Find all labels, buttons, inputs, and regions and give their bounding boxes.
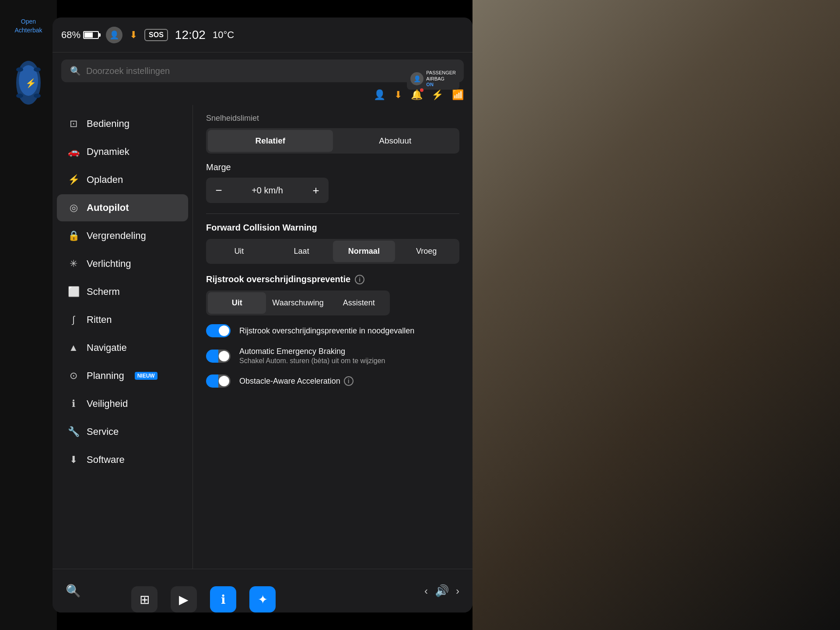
airbag-badge: 👤 PASSENGER AIRBAG ON: [407, 67, 459, 89]
svg-point-3: [34, 94, 41, 98]
rijstrook-info-icon[interactable]: i: [355, 275, 364, 284]
main-layout: ⊡ Bediening 🚗 Dynamiek ⚡ Opladen ◎ Autop…: [52, 105, 472, 604]
status-bar: 68% 👤 ⬇ SOS 12:02 10°C 👤 PASSENGER AIRBA…: [52, 18, 472, 52]
taskbar-info-icon[interactable]: ℹ: [210, 586, 236, 612]
sidebar-item-scherm[interactable]: ⬜ Scherm: [57, 278, 188, 305]
taskbar-bluetooth-icon[interactable]: ✦: [249, 586, 276, 612]
scherm-icon: ⬜: [67, 286, 80, 298]
rijstrook-title: Rijstrook overschrijdingspreventie: [206, 274, 350, 284]
ritten-icon: ∫: [67, 314, 80, 326]
toggle-obstacle-acceleration-text: Obstacle-Aware Acceleration i: [239, 376, 459, 386]
opladen-icon: ⚡: [67, 174, 80, 186]
rijstrook-header: Rijstrook overschrijdingspreventie i: [206, 274, 459, 284]
battery-area: 68%: [61, 29, 99, 41]
rijstrook-control: Uit Waarschuwing Assistent: [206, 290, 390, 315]
fcw-laat[interactable]: Laat: [270, 241, 333, 262]
bottom-search-icon[interactable]: 🔍: [66, 584, 81, 598]
sidebar-label-opladen: Opladen: [87, 174, 123, 186]
toggle-rijstrook-noodgevallen: Rijstrook overschrijdingspreventie in no…: [206, 324, 459, 337]
marge-decrease-btn[interactable]: −: [208, 179, 230, 201]
software-icon: ⬇: [67, 454, 80, 466]
planning-icon: ⊙: [67, 370, 80, 382]
bediening-icon: ⊡: [67, 118, 80, 130]
divider-1: [206, 214, 459, 214]
sidebar-label-planning: Planning: [87, 370, 124, 382]
sidebar-item-navigatie[interactable]: ▲ Navigatie: [57, 334, 188, 361]
marge-stepper: − +0 km/h +: [206, 178, 329, 203]
sidebar-label-dynamiek: Dynamiek: [87, 146, 130, 158]
sidebar-item-ritten[interactable]: ∫ Ritten: [57, 306, 188, 333]
svg-point-4: [16, 67, 23, 72]
battery-fill: [84, 32, 93, 38]
notification-icon[interactable]: 🔔: [411, 89, 423, 101]
search-icon: 🔍: [70, 66, 81, 76]
service-icon: 🔧: [67, 426, 80, 438]
forward-collision-title: Forward Collision Warning: [206, 223, 459, 233]
sidebar-item-veiligheid[interactable]: ℹ Veiligheid: [57, 390, 188, 417]
bluetooth-icon[interactable]: ⚡: [431, 89, 443, 101]
download-icon[interactable]: ⬇: [394, 89, 402, 101]
sidebar-label-service: Service: [87, 426, 119, 438]
svg-text:⚡: ⚡: [25, 78, 36, 88]
car-svg: ⚡: [13, 52, 44, 109]
fcw-normaal[interactable]: Normaal: [333, 241, 396, 262]
sidebar-label-software: Software: [87, 454, 125, 466]
main-screen: 68% 👤 ⬇ SOS 12:02 10°C 👤 PASSENGER AIRBA…: [52, 18, 472, 612]
search-input[interactable]: [86, 66, 455, 76]
svg-point-2: [16, 94, 23, 98]
navigatie-icon: ▲: [67, 342, 80, 354]
settings-content: Snelheidslimiet Relatief Absoluut Marge …: [192, 105, 472, 604]
open-label: Open Achterbak: [14, 18, 42, 35]
autopilot-icon: ◎: [67, 202, 80, 214]
user-avatar-top[interactable]: 👤: [106, 27, 122, 43]
sidebar-item-planning[interactable]: ⊙ Planning NIEUW: [57, 362, 188, 389]
nav-left-arrow[interactable]: ‹: [424, 585, 428, 597]
sidebar-item-dynamiek[interactable]: 🚗 Dynamiek: [57, 138, 188, 165]
toggle-emergency-braking: Automatic Emergency Braking Schakel Auto…: [206, 347, 459, 365]
toggle-emergency-braking-text: Automatic Emergency Braking Schakel Auto…: [239, 347, 459, 365]
sidebar-item-software[interactable]: ⬇ Software: [57, 446, 188, 473]
sidebar-item-vergrendeling[interactable]: 🔒 Vergrendeling: [57, 222, 188, 249]
snelheidslimiet-control: Relatief Absoluut: [206, 128, 459, 154]
sidebar-item-autopilot[interactable]: ◎ Autopilot: [57, 194, 188, 221]
airbag-icon: 👤: [410, 72, 424, 85]
dynamiek-icon: 🚗: [67, 146, 80, 158]
vergrendeling-icon: 🔒: [67, 230, 80, 242]
airbag-text: PASSENGER AIRBAG ON: [426, 70, 456, 87]
rijstrook-uit[interactable]: Uit: [208, 292, 266, 314]
sidebar-label-verlichting: Verlichting: [87, 258, 131, 270]
bottom-right: ‹ 🔊 ›: [424, 584, 459, 598]
seg-btn-absoluut[interactable]: Absoluut: [333, 130, 458, 152]
download-icon-top[interactable]: ⬇: [130, 29, 137, 41]
rijstrook-waarschuwing[interactable]: Waarschuwing: [266, 292, 329, 314]
user-icon[interactable]: 👤: [374, 89, 385, 101]
obstacle-info-icon[interactable]: i: [344, 376, 354, 386]
sidebar-item-bediening[interactable]: ⊡ Bediening: [57, 110, 188, 137]
sidebar-item-verlichting[interactable]: ✳ Verlichting: [57, 250, 188, 277]
nav-right-arrow[interactable]: ›: [456, 585, 459, 597]
sidebar-item-service[interactable]: 🔧 Service: [57, 418, 188, 445]
toggle-rijstrook-noodgevallen-switch[interactable]: [206, 324, 231, 337]
marge-value: +0 km/h: [230, 186, 305, 196]
verlichting-icon: ✳: [67, 258, 80, 270]
search-bar[interactable]: 🔍: [61, 60, 464, 82]
veiligheid-icon: ℹ: [67, 398, 80, 410]
rijstrook-assistent[interactable]: Assistent: [330, 292, 388, 314]
sidebar-label-navigatie: Navigatie: [87, 342, 127, 354]
temperature-display: 10°C: [213, 29, 234, 41]
marge-increase-btn[interactable]: +: [305, 179, 327, 201]
fcw-vroeg[interactable]: Vroeg: [395, 241, 458, 262]
taskbar-apps-icon[interactable]: ⊞: [131, 586, 158, 612]
toggle-obstacle-acceleration-switch[interactable]: [206, 374, 231, 388]
seg-btn-relatief[interactable]: Relatief: [208, 130, 333, 152]
volume-icon[interactable]: 🔊: [435, 584, 449, 598]
time-display: 12:02: [175, 28, 206, 42]
sidebar-label-vergrendeling: Vergrendeling: [87, 230, 146, 242]
bottom-taskbar: ⊞ ▶ ℹ ✦: [131, 586, 276, 612]
fcw-uit[interactable]: Uit: [208, 241, 270, 262]
taskbar-media-icon[interactable]: ▶: [171, 586, 197, 612]
sos-badge[interactable]: SOS: [144, 29, 168, 41]
sidebar-item-opladen[interactable]: ⚡ Opladen: [57, 166, 188, 193]
toggle-emergency-braking-switch[interactable]: [206, 350, 231, 363]
signal-icon[interactable]: 📶: [452, 89, 464, 101]
